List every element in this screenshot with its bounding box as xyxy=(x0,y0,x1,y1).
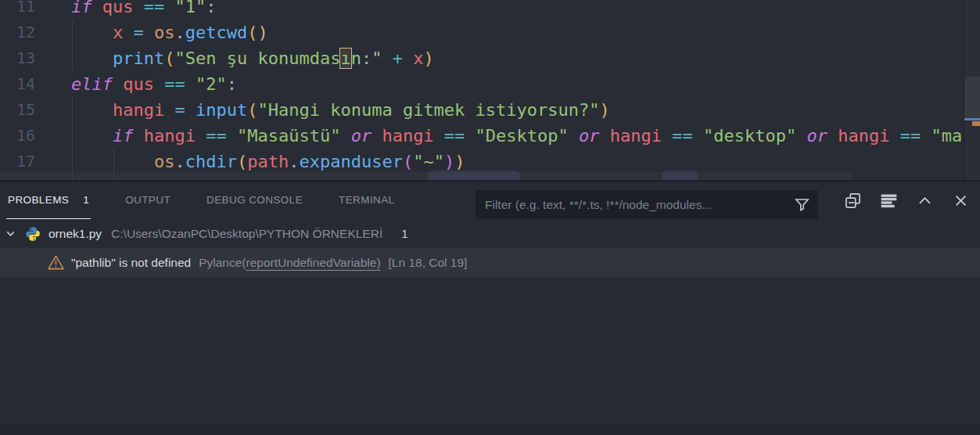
close-panel-icon[interactable] xyxy=(952,192,969,209)
minimap[interactable] xyxy=(964,0,980,180)
problem-code-link[interactable]: reportUndefinedVariable xyxy=(246,256,377,270)
view-as-table-icon[interactable] xyxy=(880,192,897,209)
tab-problems[interactable]: PROBLEMS 1 xyxy=(6,182,91,219)
problem-message: "pathlib" is not defined xyxy=(71,256,191,270)
python-file-icon xyxy=(25,226,41,242)
line-number: 16 xyxy=(0,123,35,149)
problems-filter-box[interactable] xyxy=(476,190,818,219)
line-number: 12 xyxy=(0,20,35,45)
problems-filter-input[interactable] xyxy=(485,198,793,212)
line-number: 14 xyxy=(0,71,35,97)
occurrence-highlight xyxy=(662,171,698,182)
file-problem-count-badge: 1 xyxy=(401,227,407,240)
panel-header: PROBLEMS 1 OUTPUT DEBUG CONSOLE TERMINAL xyxy=(0,182,980,219)
minimap-selection-mark xyxy=(964,118,980,120)
tab-debug-console[interactable]: DEBUG CONSOLE xyxy=(205,182,304,219)
tab-problems-label: PROBLEMS xyxy=(8,194,69,206)
line-number: 17 xyxy=(0,149,35,174)
problems-panel: PROBLEMS 1 OUTPUT DEBUG CONSOLE TERMINAL xyxy=(0,182,980,425)
tab-output-label: OUTPUT xyxy=(125,194,171,206)
panel-tabs: PROBLEMS 1 OUTPUT DEBUG CONSOLE TERMINAL xyxy=(6,182,429,219)
file-name: ornek1.py xyxy=(48,227,102,241)
minimap-warning-mark xyxy=(972,121,980,126)
warning-icon xyxy=(47,254,65,271)
status-bar-edge xyxy=(0,425,980,435)
line-number: 15 xyxy=(0,97,35,123)
file-path: C:\Users\OzanPC\Desktop\PYTHON ÖRNEKLERİ xyxy=(111,227,382,241)
problems-count-badge: 1 xyxy=(83,194,89,206)
minimap-slider[interactable] xyxy=(964,77,980,118)
tab-output[interactable]: OUTPUT xyxy=(124,182,172,219)
chevron-down-icon[interactable] xyxy=(3,227,17,241)
tab-terminal-label: TERMINAL xyxy=(339,194,394,206)
collapse-all-icon[interactable] xyxy=(844,192,861,209)
panel-action-icons xyxy=(844,182,969,219)
maximize-panel-icon[interactable] xyxy=(916,192,933,209)
problem-location: [Ln 18, Col 19] xyxy=(389,256,468,270)
line-number: 11 xyxy=(0,0,35,20)
filter-funnel-icon[interactable] xyxy=(793,196,810,214)
problems-file-row[interactable]: ornek1.py C:\Users\OzanPC\Desktop\PYTHON… xyxy=(0,219,980,248)
problem-source: Pylance( xyxy=(199,256,246,270)
problem-row[interactable]: "pathlib" is not defined Pylance(reportU… xyxy=(0,248,980,277)
line-number: 18 xyxy=(0,174,35,182)
tab-terminal[interactable]: TERMINAL xyxy=(337,182,396,219)
line-number: 13 xyxy=(0,45,35,71)
tab-debug-console-label: DEBUG CONSOLE xyxy=(206,194,303,206)
occurrence-highlight xyxy=(428,171,520,182)
code-editor[interactable]: 11if qus == "1":12 x = os.getcwd()13 pri… xyxy=(0,0,980,182)
problem-source-close: ) xyxy=(376,256,380,270)
